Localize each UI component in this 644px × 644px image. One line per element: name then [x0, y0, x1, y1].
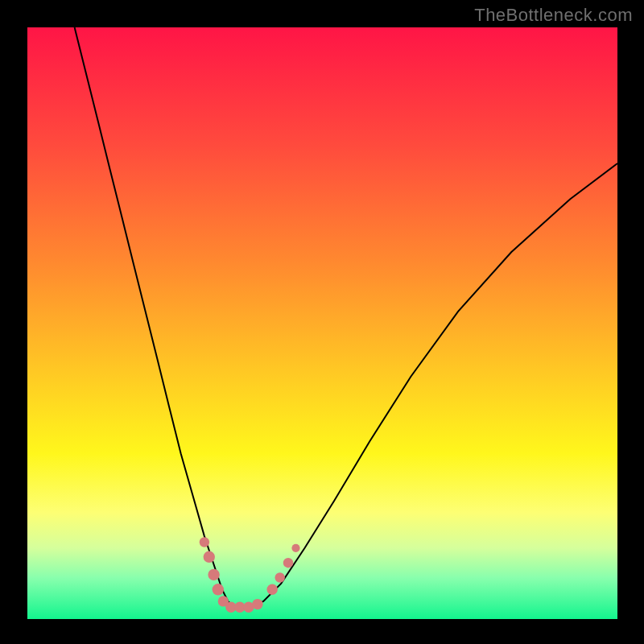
chart-frame: TheBottleneck.com — [0, 0, 644, 644]
curve-marker — [275, 572, 285, 582]
curve-marker — [267, 584, 278, 595]
curve-marker — [208, 569, 219, 580]
watermark-text: TheBottleneck.com — [474, 5, 633, 26]
curve-marker — [291, 544, 299, 552]
plot-background — [27, 27, 617, 619]
curve-marker — [204, 551, 215, 563]
curve-marker — [200, 537, 209, 547]
bottleneck-chart — [0, 0, 644, 644]
curve-marker — [252, 599, 262, 609]
curve-marker — [213, 584, 224, 595]
curve-marker — [283, 558, 293, 568]
